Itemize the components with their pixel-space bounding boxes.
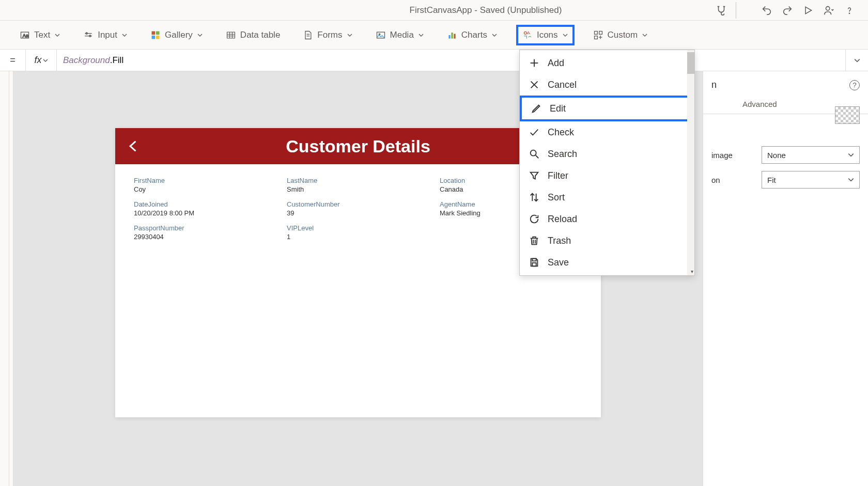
ribbon-gallery[interactable]: Gallery bbox=[146, 27, 207, 43]
forms-icon bbox=[303, 30, 313, 40]
formula-fx[interactable]: fx bbox=[26, 50, 57, 71]
label: PassportNumber bbox=[134, 224, 276, 232]
ribbon-forms-label: Forms bbox=[317, 30, 342, 40]
formula-input[interactable]: Background.Fill bbox=[57, 55, 845, 66]
left-panel-collapsed[interactable] bbox=[0, 71, 9, 486]
formula-equals[interactable]: = bbox=[0, 50, 26, 71]
dropdown-item-add[interactable]: Add bbox=[520, 52, 694, 74]
value: Coy bbox=[134, 185, 276, 193]
dropdown-item-reload[interactable]: Reload bbox=[520, 208, 694, 230]
dropdown-label: Trash bbox=[548, 236, 571, 246]
preview-icon[interactable] bbox=[800, 2, 816, 19]
ribbon-icons-label: Icons bbox=[537, 30, 558, 40]
ribbon-icons[interactable]: Icons bbox=[516, 25, 575, 45]
ribbon-media[interactable]: Media bbox=[371, 27, 428, 43]
field-viplevel: VIPLevel1 bbox=[287, 224, 429, 241]
field-firstname: FirstNameCoy bbox=[134, 177, 276, 193]
svg-rect-25 bbox=[594, 31, 597, 34]
custom-icon bbox=[593, 30, 603, 40]
formula-bar: = fx Background.Fill bbox=[0, 50, 868, 71]
dropdown-item-cancel[interactable]: Cancel bbox=[520, 74, 694, 96]
select-value: Fit bbox=[767, 176, 776, 184]
scrollbar-track[interactable] bbox=[687, 50, 694, 275]
chevron-down-icon bbox=[562, 32, 568, 38]
undo-icon[interactable] bbox=[758, 2, 775, 19]
ribbon-forms[interactable]: Forms bbox=[299, 27, 357, 43]
back-arrow-icon[interactable] bbox=[127, 137, 141, 155]
chevron-down-icon bbox=[642, 32, 648, 38]
image-select[interactable]: None bbox=[762, 146, 860, 164]
svg-rect-37 bbox=[532, 263, 536, 266]
dropdown-item-sort[interactable]: Sort bbox=[520, 186, 694, 208]
dropdown-label: Save bbox=[548, 257, 569, 268]
scrollbar-thumb[interactable] bbox=[687, 52, 694, 74]
dropdown-label: Search bbox=[548, 149, 577, 160]
ribbon-text[interactable]: Aa Text bbox=[16, 27, 65, 43]
svg-text:Aa: Aa bbox=[23, 33, 29, 38]
redo-icon[interactable] bbox=[779, 2, 796, 19]
dropdown-label: Edit bbox=[550, 103, 566, 114]
dropdown-label: Filter bbox=[548, 170, 568, 181]
chevron-down-icon bbox=[347, 32, 353, 38]
dropdown-label: Check bbox=[548, 127, 574, 138]
dropdown-label: Cancel bbox=[548, 80, 577, 90]
diagnostics-icon[interactable] bbox=[713, 2, 730, 19]
svg-rect-22 bbox=[451, 33, 453, 39]
dropdown-item-save[interactable]: Save bbox=[520, 252, 694, 273]
position-select[interactable]: Fit bbox=[762, 171, 860, 189]
add-icon bbox=[528, 57, 540, 69]
insert-ribbon: Aa Text Input Gallery Data table Forms M… bbox=[0, 21, 868, 50]
dropdown-item-filter[interactable]: Filter bbox=[520, 165, 694, 186]
panel-title: n bbox=[711, 80, 717, 90]
dropdown-item-trash[interactable]: Trash bbox=[520, 230, 694, 252]
svg-rect-26 bbox=[599, 31, 602, 34]
text-icon: Aa bbox=[20, 30, 30, 40]
label: DateJoined bbox=[134, 200, 276, 208]
panel-body: image None on Fit bbox=[703, 114, 868, 202]
value: 39 bbox=[287, 209, 429, 217]
search-icon bbox=[528, 148, 540, 160]
tree-panel-collapsed[interactable] bbox=[9, 71, 13, 486]
svg-point-32 bbox=[531, 150, 536, 156]
ribbon-charts-label: Charts bbox=[461, 30, 487, 40]
help-icon[interactable] bbox=[841, 2, 858, 19]
svg-rect-27 bbox=[594, 36, 597, 39]
label: VIPLevel bbox=[287, 224, 429, 232]
svg-point-0 bbox=[826, 6, 830, 10]
prop-label: on bbox=[711, 176, 720, 184]
ribbon-input[interactable]: Input bbox=[79, 27, 132, 43]
fx-label: fx bbox=[34, 55, 41, 66]
title-bar-actions bbox=[713, 2, 858, 19]
ribbon-charts[interactable]: Charts bbox=[443, 27, 502, 43]
svg-point-1 bbox=[849, 13, 849, 13]
field-datejoined: DateJoined10/20/2019 8:00 PM bbox=[134, 200, 276, 217]
field-passport: PassportNumber29930404 bbox=[134, 224, 276, 241]
svg-rect-36 bbox=[532, 259, 536, 261]
cancel-icon bbox=[528, 79, 540, 91]
share-icon[interactable] bbox=[820, 2, 837, 19]
svg-line-33 bbox=[536, 155, 539, 159]
field-customernumber: CustomerNumber39 bbox=[287, 200, 429, 217]
background-color-picker[interactable] bbox=[835, 106, 860, 124]
prop-row-position: on Fit bbox=[711, 171, 860, 189]
ribbon-datatable[interactable]: Data table bbox=[222, 27, 285, 43]
dropdown-item-check[interactable]: Check bbox=[520, 121, 694, 143]
panel-help-icon[interactable]: ? bbox=[849, 80, 860, 90]
field-lastname: LastNameSmith bbox=[287, 177, 429, 193]
svg-rect-12 bbox=[227, 32, 235, 38]
chevron-down-icon bbox=[54, 32, 60, 38]
formula-expand[interactable] bbox=[845, 50, 868, 71]
tab-advanced[interactable]: Advanced bbox=[734, 95, 785, 114]
input-icon bbox=[83, 30, 94, 40]
trash-icon bbox=[528, 234, 540, 247]
ribbon-custom[interactable]: Custom bbox=[589, 27, 653, 43]
dropdown-item-edit[interactable]: Edit bbox=[520, 96, 690, 121]
ribbon-datatable-label: Data table bbox=[240, 30, 281, 40]
scroll-down-arrow[interactable]: ▾ bbox=[691, 269, 693, 274]
dropdown-item-search[interactable]: Search bbox=[520, 143, 694, 165]
chevron-down-icon bbox=[418, 32, 424, 38]
dropdown-label: Add bbox=[548, 58, 564, 69]
reload-icon bbox=[528, 213, 540, 225]
title-bar: FirstCanvasApp - Saved (Unpublished) bbox=[0, 0, 868, 21]
label: CustomerNumber bbox=[287, 200, 429, 208]
